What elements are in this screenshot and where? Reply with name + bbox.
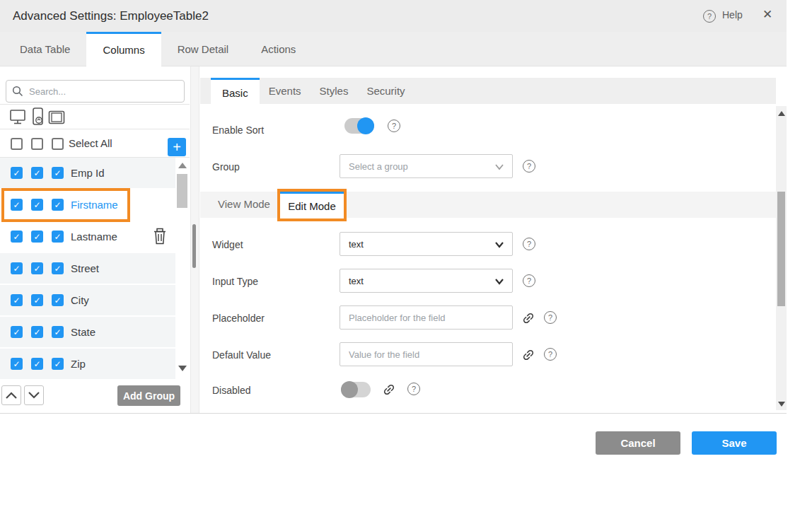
- tab-columns[interactable]: Columns: [86, 32, 161, 69]
- toggle-knob: [341, 381, 358, 398]
- list-item-emp-id[interactable]: Emp Id: [0, 158, 175, 188]
- input-type-select[interactable]: text: [340, 269, 513, 293]
- cancel-button[interactable]: Cancel: [596, 431, 680, 455]
- select-all-desktop-checkbox[interactable]: [11, 138, 23, 150]
- tab-view-mode[interactable]: View Mode: [218, 198, 270, 210]
- tablet-checkbox[interactable]: [52, 262, 64, 274]
- chevron-up-icon: [5, 391, 18, 400]
- mobile-icon[interactable]: [31, 107, 45, 127]
- scroll-up-icon[interactable]: [178, 163, 187, 168]
- group-label: Group: [212, 161, 240, 173]
- link-icon[interactable]: [382, 383, 396, 397]
- desktop-checkbox[interactable]: [11, 326, 23, 338]
- placeholder-label: Placeholder: [212, 313, 265, 324]
- panel-scrollbar-thumb[interactable]: [777, 192, 785, 306]
- move-column-up-button[interactable]: [1, 385, 21, 405]
- save-button[interactable]: Save: [692, 431, 777, 455]
- desktop-checkbox[interactable]: [11, 199, 23, 211]
- tab-basic[interactable]: Basic: [211, 78, 260, 109]
- move-column-down-button[interactable]: [24, 385, 44, 405]
- tab-security[interactable]: Security: [357, 78, 414, 104]
- disabled-toggle[interactable]: [341, 381, 371, 398]
- page-title: Advanced Settings: EmployeeTable2: [13, 0, 209, 32]
- link-icon[interactable]: [521, 348, 535, 362]
- list-item-zip[interactable]: Zip: [0, 349, 175, 379]
- mobile-checkbox[interactable]: [31, 231, 43, 243]
- tablet-checkbox[interactable]: [52, 358, 64, 370]
- desktop-checkbox[interactable]: [11, 262, 23, 274]
- tablet-checkbox[interactable]: [52, 294, 64, 306]
- group-select-value: Select a group: [349, 161, 408, 172]
- help-glyph: ?: [527, 162, 531, 170]
- dialog-scrollbar-thumb[interactable]: [192, 224, 196, 268]
- mobile-checkbox[interactable]: [31, 358, 43, 370]
- column-list: Emp Id Firstname Lastname Street: [0, 158, 175, 379]
- input-type-select-value: text: [349, 276, 364, 286]
- desktop-checkbox[interactable]: [11, 231, 23, 243]
- add-column-button[interactable]: +: [168, 138, 186, 156]
- help-glyph: ?: [412, 385, 416, 393]
- desktop-icon[interactable]: [9, 109, 26, 125]
- help-glyph: ?: [527, 240, 531, 248]
- scroll-up-icon[interactable]: [778, 111, 785, 116]
- toggle-knob: [357, 117, 374, 134]
- help-icon[interactable]: ?: [523, 160, 535, 173]
- divider: [0, 413, 787, 414]
- default-value-input[interactable]: [340, 342, 513, 366]
- delete-column-icon[interactable]: [152, 228, 168, 245]
- enable-sort-toggle[interactable]: [344, 117, 374, 134]
- scroll-down-icon[interactable]: [178, 366, 187, 371]
- chevron-down-icon: [494, 241, 504, 248]
- mobile-checkbox[interactable]: [31, 199, 43, 211]
- tablet-icon[interactable]: [48, 110, 65, 124]
- mobile-checkbox[interactable]: [31, 294, 43, 306]
- tab-data-table[interactable]: Data Table: [4, 32, 86, 66]
- help-icon[interactable]: ?: [407, 383, 420, 395]
- add-group-button[interactable]: Add Group: [117, 385, 180, 406]
- tab-edit-mode[interactable]: Edit Mode: [280, 192, 344, 218]
- link-icon[interactable]: [521, 311, 535, 325]
- desktop-checkbox[interactable]: [11, 167, 23, 179]
- tab-actions[interactable]: Actions: [245, 32, 312, 66]
- mobile-checkbox[interactable]: [31, 167, 43, 179]
- help-icon[interactable]: ?: [544, 348, 557, 361]
- help-icon[interactable]: ?: [523, 238, 535, 250]
- select-all-label: Select All: [69, 137, 112, 149]
- mobile-checkbox[interactable]: [31, 262, 43, 274]
- select-all-tablet-checkbox[interactable]: [52, 138, 64, 150]
- scroll-down-icon[interactable]: [778, 402, 785, 407]
- chevron-down-icon: [494, 163, 504, 170]
- desktop-checkbox[interactable]: [11, 358, 23, 370]
- tab-events[interactable]: Events: [260, 78, 311, 104]
- list-scrollbar-thumb[interactable]: [177, 174, 187, 208]
- tablet-checkbox[interactable]: [52, 326, 64, 338]
- tablet-checkbox[interactable]: [52, 199, 64, 211]
- list-item-firstname[interactable]: Firstname: [0, 190, 175, 220]
- help-icon[interactable]: ?: [388, 120, 400, 132]
- list-item-state[interactable]: State: [0, 317, 175, 347]
- main-tab-bar: Data Table Columns Row Detail Actions: [0, 32, 787, 66]
- search-input[interactable]: [6, 80, 185, 103]
- select-all-mobile-checkbox[interactable]: [31, 138, 43, 150]
- tablet-checkbox[interactable]: [52, 167, 64, 179]
- help-icon[interactable]: ?: [523, 274, 535, 287]
- help-icon[interactable]: ?: [703, 10, 716, 23]
- help-icon[interactable]: ?: [544, 311, 557, 324]
- help-button[interactable]: Help: [722, 9, 743, 21]
- group-select[interactable]: Select a group: [340, 154, 513, 178]
- placeholder-input[interactable]: [340, 305, 513, 330]
- edit-mode-highlight: Edit Mode: [277, 189, 347, 221]
- tab-styles[interactable]: Styles: [311, 78, 358, 104]
- list-item-street[interactable]: Street: [0, 253, 175, 284]
- tablet-checkbox[interactable]: [52, 231, 64, 243]
- list-item-lastname[interactable]: Lastname: [0, 221, 175, 252]
- widget-label: Widget: [212, 239, 243, 250]
- desktop-checkbox[interactable]: [11, 294, 23, 306]
- tab-row-detail[interactable]: Row Detail: [161, 32, 245, 66]
- mobile-checkbox[interactable]: [31, 326, 43, 338]
- widget-select[interactable]: text: [340, 232, 513, 256]
- column-label: City: [71, 294, 89, 306]
- list-item-city[interactable]: City: [0, 285, 175, 315]
- close-icon[interactable]: ✕: [762, 7, 772, 22]
- dialog-header: Advanced Settings: EmployeeTable2 ? Help…: [0, 0, 787, 32]
